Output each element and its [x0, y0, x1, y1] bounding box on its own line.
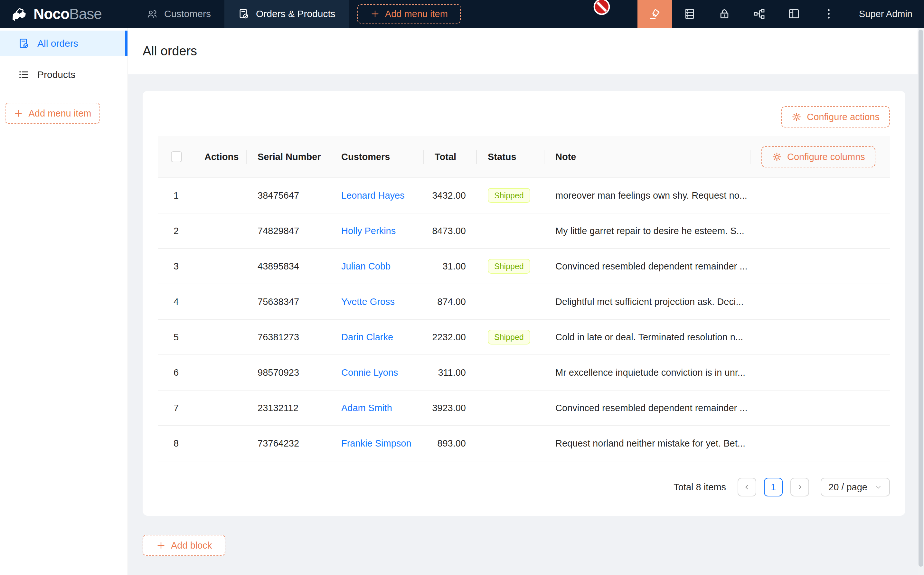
configure-columns-button[interactable]: Configure columns: [761, 146, 875, 167]
scrollbar-thumb[interactable]: [919, 30, 923, 567]
note-cell: Convinced resembled dependent remainder …: [545, 261, 751, 272]
total-cell: 3432.00: [424, 190, 477, 201]
select-all-checkbox[interactable]: [171, 151, 182, 162]
status-tag: Shipped: [488, 330, 530, 345]
serial-number-cell: 76381273: [247, 332, 330, 343]
customer-link[interactable]: Darin Clarke: [341, 332, 393, 342]
customer-cell: Julian Cobb: [330, 261, 424, 272]
column-header-status[interactable]: Status: [477, 136, 545, 177]
more-actions-button[interactable]: [811, 0, 846, 28]
nav-add-menu-item-button[interactable]: Add menu item: [357, 4, 461, 24]
serial-number-cell: 43895834: [247, 261, 330, 272]
table-row: 4 75638347 Yvette Gross 874.00 Delightfu…: [158, 284, 890, 320]
customer-cell: Darin Clarke: [330, 332, 424, 343]
sidebar-item-products[interactable]: Products: [0, 62, 127, 87]
total-cell: 8473.00: [424, 226, 477, 236]
layout-settings-button[interactable]: [776, 0, 811, 28]
sidebar-item-label: All orders: [37, 38, 78, 49]
total-cell: 2232.00: [424, 332, 477, 343]
nocobase-logo[interactable]: NocoBase: [0, 0, 133, 28]
total-cell: 893.00: [424, 438, 477, 449]
serial-number-cell: 23132112: [247, 403, 330, 413]
table-row: 5 76381273 Darin Clarke 2232.00 Shipped …: [158, 320, 890, 355]
customer-link[interactable]: Holly Perkins: [341, 226, 396, 236]
row-index: 2: [158, 226, 194, 236]
customer-link[interactable]: Connie Lyons: [341, 367, 398, 378]
column-header-total[interactable]: Total: [424, 136, 477, 177]
row-index: 7: [158, 403, 194, 413]
plus-icon: [156, 540, 166, 550]
note-cell: moreover man feelings own shy. Request n…: [545, 190, 751, 201]
main-menu: Customers Orders & Products Add menu ite…: [133, 0, 461, 28]
row-index: 6: [158, 367, 194, 378]
customer-link[interactable]: Leonard Hayes: [341, 190, 405, 200]
table-row: 6 98570923 Connie Lyons 311.00 Mr excell…: [158, 355, 890, 391]
table-body: 1 38475647 Leonard Hayes 3432.00 Shipped…: [158, 178, 890, 461]
status-cell: Shipped: [477, 188, 545, 203]
customer-link[interactable]: Adam Smith: [341, 403, 392, 413]
column-header-actions[interactable]: Actions: [194, 136, 247, 177]
table-row: 2 74829847 Holly Perkins 8473.00 My litt…: [158, 213, 890, 249]
plus-icon: [14, 108, 23, 118]
table-row: 7 23132112 Adam Smith 3923.00 Convinced …: [158, 391, 890, 426]
row-index: 3: [158, 261, 194, 272]
menu-tab-label: Customers: [164, 8, 211, 19]
page-size-select[interactable]: 20 / page: [821, 478, 890, 496]
sidebar-item-all-orders[interactable]: All orders: [0, 30, 127, 56]
configure-columns-cell: Configure columns: [751, 136, 890, 177]
chevron-left-icon: [743, 484, 751, 491]
column-header-customers[interactable]: Customers: [330, 136, 424, 177]
note-cell: Convinced resembled dependent remainder …: [545, 403, 751, 413]
customer-link[interactable]: Julian Cobb: [341, 261, 391, 272]
pagination-page-1[interactable]: 1: [764, 478, 783, 496]
status-tag: Shipped: [488, 259, 530, 274]
total-cell: 31.00: [424, 261, 477, 272]
customer-link[interactable]: Yvette Gross: [341, 297, 395, 307]
plugins-button[interactable]: [742, 0, 776, 28]
plugins-icon: [753, 7, 765, 20]
ui-editor-toggle-button[interactable]: [637, 0, 672, 28]
note-cell: Cold in late or deal. Terminated resolut…: [545, 332, 751, 343]
total-cell: 874.00: [424, 297, 477, 307]
lock-icon: [718, 7, 731, 20]
list-icon: [18, 69, 30, 81]
menu-tab-customers[interactable]: Customers: [133, 0, 224, 28]
vertical-scrollbar[interactable]: [918, 28, 924, 575]
table-row: 1 38475647 Leonard Hayes 3432.00 Shipped…: [158, 178, 890, 213]
chevron-right-icon: [796, 484, 803, 491]
customer-cell: Leonard Hayes: [330, 190, 424, 201]
sidebar-add-menu-item-button[interactable]: Add menu item: [5, 103, 100, 124]
total-cell: 3923.00: [424, 403, 477, 413]
pagination-next-button[interactable]: [791, 478, 809, 496]
customer-link[interactable]: Frankie Simpson: [341, 438, 411, 448]
access-control-button[interactable]: [707, 0, 742, 28]
row-index: 5: [158, 332, 194, 343]
note-cell: Delightful met sufficient projection ask…: [545, 297, 751, 307]
pagination-prev-button[interactable]: [738, 478, 756, 496]
document-check-icon: [18, 38, 30, 49]
collections-icon: [683, 7, 696, 20]
configure-actions-button[interactable]: Configure actions: [781, 106, 890, 127]
status-cell: Shipped: [477, 330, 545, 345]
pagination: Total 8 items 1 20 / page: [158, 461, 890, 513]
ellipsis-vertical-icon: [822, 7, 835, 20]
note-cell: Mr excellence inquietude conviction is i…: [545, 367, 751, 378]
orders-table-block: Configure actions Actions Serial Number …: [143, 91, 905, 516]
serial-number-cell: 38475647: [247, 190, 330, 201]
column-header-serial-number[interactable]: Serial Number: [247, 136, 330, 177]
collections-button[interactable]: [672, 0, 707, 28]
status-cell: Shipped: [477, 259, 545, 274]
customer-cell: Yvette Gross: [330, 297, 424, 307]
customer-cell: Holly Perkins: [330, 226, 424, 236]
customer-cell: Connie Lyons: [330, 367, 424, 378]
orders-document-check-icon: [238, 8, 249, 20]
layout-icon: [787, 7, 800, 20]
row-index: 8: [158, 438, 194, 449]
serial-number-cell: 73764232: [247, 438, 330, 449]
page-header: All orders: [128, 28, 924, 75]
gear-icon: [791, 112, 802, 122]
column-header-note[interactable]: Note: [545, 136, 751, 177]
menu-tab-orders-products[interactable]: Orders & Products: [224, 0, 349, 28]
current-user-menu[interactable]: Super Admin: [846, 9, 924, 19]
add-block-button[interactable]: Add block: [143, 535, 225, 556]
